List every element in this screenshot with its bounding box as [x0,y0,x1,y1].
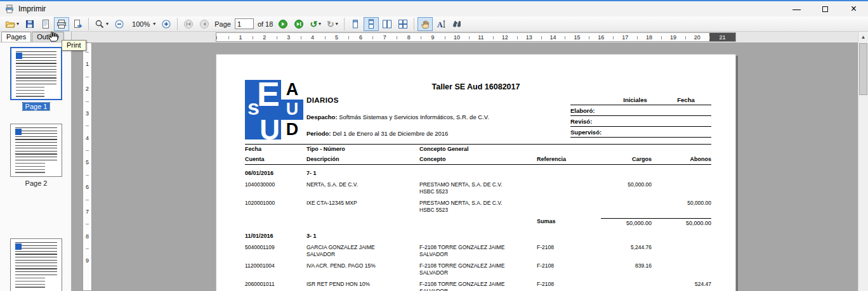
thumbnail-page-2[interactable]: Page 2 [9,124,63,188]
table-group-date-row: 11/01/20163- 1 [245,233,711,240]
ruler-mark: 3 [83,101,91,126]
header-concepto-general: Concepto General [419,146,537,153]
facing-pages-view-icon [382,19,392,29]
despacho-line: Despacho: Softmás Sistemas y Servicios I… [306,113,489,120]
next-page-icon [278,19,288,29]
ruler-mark: 9 [421,33,445,41]
vertical-scrollbar[interactable]: ▲ [858,32,868,291]
zoom-level-select[interactable]: 100% ▾ [128,17,158,31]
ruler-mark: 3 [277,33,301,41]
signoff-table: Iniciales Fecha Elaboró: Revisó: Supervi… [570,96,711,138]
ruler-mark: 19 [661,33,685,41]
ruler-mark: 15 [565,33,589,41]
thumbnail-page-image[interactable] [10,238,62,291]
save-button[interactable] [22,17,37,31]
table-data-row: 5040001109GARCIA GONZALEZ JAIME SALVADOR… [245,244,711,258]
preview-canvas[interactable]: 123456789 Taller SE Aud 16082017 s E U A… [72,42,858,291]
header-concepto: Concepto [419,156,537,164]
logo-letter-a: A [281,80,303,100]
first-page-button[interactable] [181,17,196,31]
despacho-label: Despacho: [306,113,338,120]
toolbar: ▾ ▾ [0,16,868,32]
magnifier-icon [95,19,105,29]
thumbnail-page-3[interactable] [9,238,63,291]
sidebar: Pages Outline Page 1Page 2 [0,32,72,291]
vertical-ruler-track: 123456789 [82,42,92,291]
continuous-view-button[interactable] [364,17,379,31]
ruler-mark: 6 [348,33,372,41]
thumbnail-page-1[interactable]: Page 1 [9,47,63,112]
logo-letter-u: U [260,114,280,146]
single-page-view-button[interactable] [348,17,363,31]
zoom-tool-button[interactable]: ▾ [92,17,111,31]
nav-back-button[interactable]: ↺ ▾ [307,17,324,31]
document-page: Taller SE Aud 16082017 s E U A U D DIARI… [216,54,736,291]
facing-pages-view-button[interactable] [379,17,395,31]
titlebar: Imprimir — × [0,0,868,16]
caret-down-icon: ▾ [106,22,109,27]
scroll-up-button[interactable]: ▲ [858,32,868,42]
thumbnail-page-image[interactable] [10,47,62,100]
close-button[interactable]: × [839,1,868,16]
report-section-title: DIARIOS [306,96,339,104]
signoff-label: Revisó: [570,118,592,125]
next-page-button[interactable] [275,17,291,31]
zoom-in-button[interactable] [159,17,174,31]
signoff-header-iniciales: Iniciales [610,96,661,103]
page-number-input[interactable] [235,18,254,29]
ruler-mark: 18 [637,33,661,41]
signoff-header: Iniciales Fecha [570,96,711,105]
binoculars-icon [452,19,462,29]
tab-pages[interactable]: Pages [1,32,31,42]
ruler-mark: 4 [301,33,325,41]
nav-forward-button[interactable]: ↻ ▾ [324,17,341,31]
signoff-label: Supervisó: [570,129,602,136]
caret-down-icon: ▾ [336,22,338,27]
last-page-button[interactable] [291,17,306,31]
multiple-pages-view-button[interactable] [395,17,411,31]
previous-page-icon [199,19,209,29]
multiple-pages-view-icon [398,19,408,29]
printer-icon [56,19,67,29]
ruler-mark: 2 [83,77,91,101]
ruler-mark: 5 [83,150,91,175]
open-button[interactable]: ▾ [3,17,22,31]
ruler-mark: 17 [613,33,637,41]
hand-tool-icon [420,19,430,29]
text-select-icon: A [436,19,446,29]
minimize-button[interactable]: — [782,1,811,16]
ruler-mark: 9 [83,249,91,273]
ruler-mark: 2 [253,33,277,41]
header-abonos: Abonos [652,156,711,164]
export-button[interactable] [70,17,85,31]
thumbnail-list: Page 1Page 2 [0,42,71,291]
zoom-in-icon [161,19,171,29]
scroll-up-icon: ▲ [861,34,866,40]
prev-page-button[interactable] [197,17,212,31]
find-button[interactable] [449,17,464,31]
hand-tool-button[interactable] [418,17,433,31]
signoff-header-fecha: Fecha [661,96,711,103]
ruler-mark: 11 [469,33,493,41]
minimize-icon: — [792,4,801,14]
svg-text:A: A [437,20,443,29]
periodo-value: Del 1 de Enero al 31 de Diciembre de 201… [332,130,448,137]
print-tooltip: Print [62,40,86,51]
horizontal-ruler-track: 123456789101112131415161718192021 [216,32,736,42]
zoom-out-button[interactable] [112,17,127,31]
maximize-button[interactable] [811,1,839,16]
ruler-mark: 21 [709,33,735,41]
thumbnail-page-image[interactable] [10,124,62,177]
toolbar-separator [344,18,345,30]
single-page-view-icon [350,19,360,29]
scrollbar-thumb[interactable] [859,43,867,95]
toolbar-separator [177,18,178,30]
back-icon: ↺ [310,20,317,29]
ruler-mark: 1 [228,33,253,41]
hand-cursor-icon [47,29,60,43]
text-select-tool-button[interactable]: A [433,17,449,31]
main-area: Pages Outline Page 1Page 2 1234567891011… [0,32,868,291]
table-sumas-row: Sumas50,000.0050,000.00 [245,218,711,228]
header-descripcion: Descripción [306,156,419,164]
floppy-icon [25,19,35,29]
